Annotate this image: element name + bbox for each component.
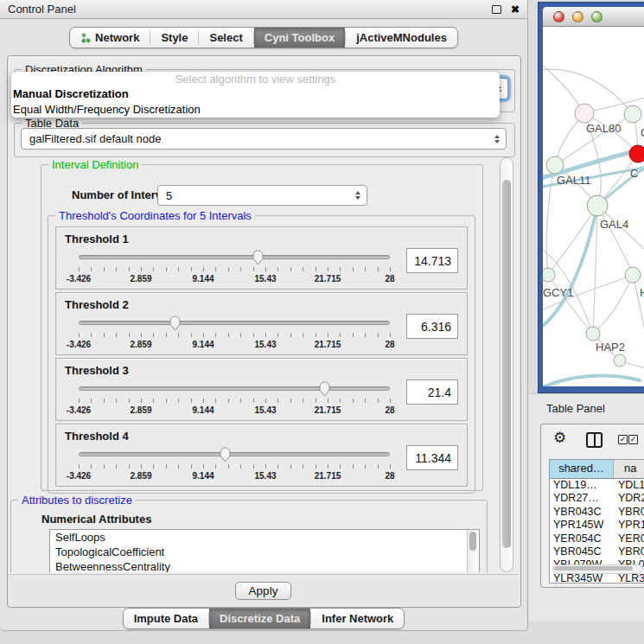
slider-track[interactable]: [79, 386, 390, 391]
table-horizontal-scrollbar[interactable]: [552, 564, 643, 574]
threshold-1-slider[interactable]: -3.4262.8599.14415.4321.71528: [79, 250, 390, 286]
tick-mark: [316, 267, 316, 271]
threshold-3-slider[interactable]: -3.4262.8599.14415.4321.71528: [79, 381, 390, 418]
network-node[interactable]: [614, 354, 626, 367]
table-row[interactable]: YPR145WYPR1: [550, 519, 644, 532]
slider-thumb[interactable]: [318, 381, 331, 397]
slider-track[interactable]: [79, 255, 390, 259]
table-header-shared-name[interactable]: shared…: [550, 460, 614, 478]
network-node-gal11[interactable]: [546, 156, 564, 174]
list-scrollbar-thumb[interactable]: [469, 532, 476, 551]
slider-track[interactable]: [79, 452, 390, 456]
slider-thumb[interactable]: [252, 250, 265, 265]
slider-tick-label: 28: [385, 471, 394, 481]
tick-mark: [240, 464, 241, 469]
table-cell-name[interactable]: YDR2: [614, 492, 644, 505]
bottom-tab-discretize-data[interactable]: Discretize Data: [209, 609, 310, 628]
tick-mark: [265, 333, 266, 337]
table-data-combobox[interactable]: galFiltered.sif default node: [21, 128, 507, 150]
node-label: C: [630, 167, 638, 180]
table-cell-name[interactable]: YER0: [614, 532, 644, 545]
table-cell-shared-name[interactable]: YDL19…: [550, 479, 614, 492]
dropdown-option-manual-discretization[interactable]: Manual Discretization: [11, 86, 500, 102]
threshold-2-slider[interactable]: -3.4262.8599.14415.4321.71528: [79, 316, 390, 352]
table-cell-name[interactable]: YBR0: [614, 506, 644, 519]
network-node-c[interactable]: [629, 145, 644, 163]
zoom-traffic-light-icon[interactable]: [591, 11, 603, 22]
tick-mark: [215, 267, 216, 271]
bottom-tab-impute-data[interactable]: Impute Data: [124, 609, 208, 628]
network-node-hap2[interactable]: [586, 327, 600, 341]
close-traffic-light-icon[interactable]: [553, 11, 564, 22]
threshold-2-value-field[interactable]: 6.316: [406, 314, 458, 339]
float-window-icon[interactable]: [492, 5, 501, 14]
tick-mark: [203, 267, 204, 271]
network-view-titlebar[interactable]: [543, 7, 644, 27]
table-cell-shared-name[interactable]: YBR045C: [550, 545, 614, 558]
tab-style[interactable]: Style: [150, 28, 198, 48]
tab-jactivemnodules[interactable]: jActiveMNodules: [346, 28, 457, 48]
close-window-icon[interactable]: ✖: [511, 4, 520, 15]
table-row[interactable]: YDR27…YDR2: [550, 492, 644, 505]
number-of-intervals-combobox[interactable]: 5: [157, 185, 367, 206]
checkbox-icon[interactable]: ✓: [628, 435, 638, 444]
bottom-tab-infer-network[interactable]: Infer Network: [311, 609, 404, 628]
tick-mark: [215, 464, 216, 469]
list-scrollbar[interactable]: [467, 530, 479, 572]
threshold-4-value-field[interactable]: 11.344: [406, 445, 458, 470]
table-scrollbar-thumb[interactable]: [554, 566, 633, 571]
panel-scrollbar-thumb[interactable]: [502, 180, 511, 548]
tab-label: Style: [161, 31, 188, 44]
table-header-name[interactable]: na: [614, 460, 644, 478]
tick-mark: [378, 267, 379, 271]
tick-mark: [277, 399, 278, 403]
slider-track[interactable]: [79, 321, 390, 325]
tick-mark: [378, 399, 379, 403]
attribute-item-selfloops[interactable]: SelfLoops: [50, 530, 479, 545]
slider-tick-label: 21.715: [315, 471, 341, 481]
slider-thumb[interactable]: [219, 447, 232, 462]
network-node-gal4[interactable]: [587, 195, 608, 216]
tab-network[interactable]: Network: [70, 28, 150, 48]
tick-mark: [340, 464, 341, 469]
dropdown-option-equal-width-frequency-discretization[interactable]: Equal Width/Frequency Discretization: [11, 102, 500, 118]
network-canvas[interactable]: GAL80GCGAL11GAL4GCY1HHAP2: [543, 27, 644, 386]
threshold-4-slider[interactable]: -3.4262.8599.14415.4321.71528: [79, 447, 390, 483]
panel-scrollbar[interactable]: [500, 157, 513, 572]
column-layout-icon[interactable]: [586, 432, 603, 448]
table-row[interactable]: YDL19…YDL1: [550, 479, 644, 492]
slider-tick-label: -3.426: [67, 340, 91, 349]
table-cell-name[interactable]: YDL1: [614, 479, 644, 492]
tab-cyni-toolbox[interactable]: Cyni Toolbox: [254, 28, 345, 48]
network-node-gal80[interactable]: [575, 104, 594, 123]
checkbox-icon[interactable]: ✓: [618, 435, 628, 444]
apply-button[interactable]: Apply: [235, 582, 292, 600]
slider-tick-label: 2.859: [130, 340, 151, 349]
numerical-attributes-label: Numerical Attributes: [41, 513, 151, 526]
table-cell-shared-name[interactable]: YDR27…: [550, 492, 614, 505]
network-node-g[interactable]: [624, 105, 641, 123]
attribute-item-betweennesscentrality[interactable]: BetweennessCentrality: [50, 559, 479, 572]
minimize-traffic-light-icon[interactable]: [572, 11, 583, 22]
interval-definition-group-label: Interval Definition: [48, 158, 142, 171]
dropdown-options: Manual DiscretizationEqual Width/Frequen…: [11, 86, 500, 118]
table-row[interactable]: YBR043CYBR0: [550, 506, 644, 519]
threshold-3-value-field[interactable]: 21.4: [406, 379, 458, 405]
network-node-gcy1[interactable]: [543, 268, 555, 282]
network-node-h[interactable]: [625, 267, 641, 283]
table-cell-shared-name[interactable]: YBR043C: [550, 506, 614, 519]
tab-label: Discretize Data: [220, 612, 300, 625]
tick-mark: [378, 464, 379, 469]
table-cell-name[interactable]: YPR1: [614, 519, 644, 532]
table-cell-name[interactable]: YBR0: [614, 545, 644, 558]
slider-thumb[interactable]: [169, 316, 182, 331]
attribute-item-topologicalcoefficient[interactable]: TopologicalCoefficient: [50, 545, 479, 559]
attributes-listbox[interactable]: SelfLoopsTopologicalCoefficientBetweenne…: [49, 529, 480, 572]
threshold-1-value-field[interactable]: 14.713: [406, 248, 458, 273]
gear-icon[interactable]: ⚙: [553, 430, 566, 446]
table-cell-shared-name[interactable]: YER054C: [550, 532, 614, 545]
table-cell-shared-name[interactable]: YPR145W: [550, 519, 614, 532]
table-row[interactable]: YBR045CYBR0: [550, 545, 644, 558]
table-row[interactable]: YER054CYER0: [550, 532, 644, 545]
tab-select[interactable]: Select: [199, 28, 252, 48]
